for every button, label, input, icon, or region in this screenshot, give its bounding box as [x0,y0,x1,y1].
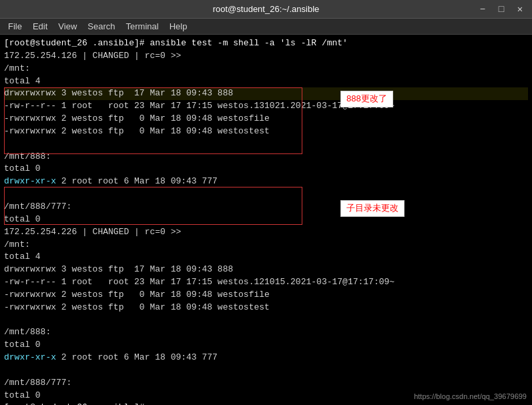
line-25: total 0 [4,339,528,352]
terminal-body[interactable]: [root@student_26 .ansible]# ansible test… [0,35,532,405]
line-1: [root@student_26 .ansible]# ansible test… [4,37,528,50]
line-18: total 4 [4,251,528,264]
maximize-icon[interactable]: □ [495,3,508,16]
window-controls: − □ ✕ [476,3,527,16]
title-bar: root@student_26:~/.ansible − □ ✕ [0,0,532,19]
menu-file[interactable]: File [3,20,27,33]
line-17: /mnt: [4,239,528,252]
line-blank-1 [4,138,528,151]
line-28: /mnt/888/777: [4,377,528,390]
line-2: 172.25.254.126 | CHANGED | rc=0 >> [4,50,528,63]
menu-terminal[interactable]: Terminal [121,20,164,33]
line-6: -rw-r--r-- 1 root root 23 Mar 17 17:15 w… [4,100,528,113]
line-7: -rwxrwxrwx 2 westos ftp 0 Mar 18 09:48 w… [4,113,528,125]
line-20: -rw-r--r-- 1 root root 23 Mar 17 17:15 w… [4,276,528,289]
line-5: drwxrwxrwx 3 westos ftp 17 Mar 18 09:43 … [4,87,528,100]
menu-view[interactable]: View [53,20,82,33]
annotation-888-changed: 888更改了 [340,91,393,107]
line-16: 172.25.254.226 | CHANGED | rc=0 >> [4,226,528,239]
line-blank-3 [4,314,528,327]
menu-help[interactable]: Help [164,20,193,33]
line-30: [root@student_26 .ansible]# [4,402,528,405]
line-21: -rwxrwxrwx 2 westos ftp 0 Mar 18 09:48 w… [4,289,528,302]
minimize-icon[interactable]: − [476,3,489,16]
line-10: /mnt/888: [4,151,528,163]
line-8: -rwxrwxrwx 2 westos ftp 0 Mar 18 09:48 w… [4,125,528,138]
line-14: /mnt/888/777: [4,201,528,214]
close-icon[interactable]: ✕ [513,3,527,16]
line-11: total 0 [4,163,528,175]
line-26: drwxr-xr-x 2 root root 6 Mar 18 09:43 77… [4,352,528,364]
line-19: drwxrwxrwx 3 westos ftp 17 Mar 18 09:43 … [4,264,528,276]
menu-bar: File Edit View Search Terminal Help [0,19,532,35]
annotation-subdir-unchanged: 子目录未更改 [340,200,405,217]
line-15: total 0 [4,214,528,226]
line-4: total 4 [4,75,528,88]
line-3: /mnt: [4,63,528,75]
line-24: /mnt/888: [4,326,528,339]
window-title: root@student_26:~/.ansible [213,4,320,14]
line-blank-2 [4,188,528,201]
menu-search[interactable]: Search [82,20,120,33]
terminal-content: [root@student_26 .ansible]# ansible test… [4,37,528,405]
url-label: https://blog.csdn.net/qq_39679699 [414,392,527,402]
menu-edit[interactable]: Edit [27,20,53,33]
line-blank-4 [4,364,528,377]
line-22: -rwxrwxrwx 2 westos ftp 0 Mar 18 09:48 w… [4,302,528,314]
line-12: drwxr-xr-x 2 root root 6 Mar 18 09:43 77… [4,175,528,188]
